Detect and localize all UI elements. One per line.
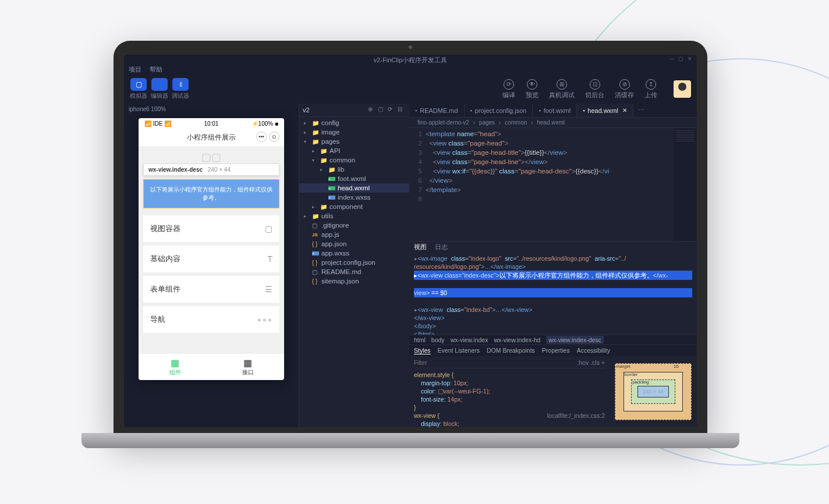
tree-item[interactable]: { }app.json [299, 239, 409, 249]
tree-item[interactable]: ▸📁utils [299, 211, 409, 221]
box-model: margin 10 border padding 240 × 44 [610, 356, 697, 427]
editor-tab[interactable]: ▪project.config.json [465, 104, 533, 117]
toolbar-action-5[interactable]: ↥上传 [644, 79, 657, 100]
tree-item[interactable]: ▸📁config [299, 118, 409, 127]
toolbar-btn-1[interactable]: 编辑器 [151, 78, 168, 100]
tree-item[interactable]: ▪index.wxss [299, 193, 409, 202]
status-time: 10:01 [204, 120, 218, 127]
laptop-base [82, 433, 739, 448]
toolbar-btn-0[interactable]: ▢模拟器 [130, 78, 147, 100]
tree-item[interactable]: ▪app.wxss [299, 249, 409, 258]
tree-item[interactable]: ▢.gitignore [299, 221, 409, 230]
file-explorer: v2 ⊕ ▢ ⟳ ⊟ ▸📁config▸📁image▾📁pages▸📁API▾📁… [299, 104, 409, 427]
tab-view[interactable]: 视图 [414, 243, 427, 251]
capsule-close-icon[interactable]: ⊙ [269, 132, 279, 142]
inspect-tooltip: wx-view.index-desc 240 × 44 [143, 164, 279, 176]
tree-item[interactable]: ▢README.md [299, 267, 409, 276]
tree-item[interactable]: ▾📁common [299, 155, 409, 165]
project-root[interactable]: v2 [303, 107, 366, 113]
sim-menu-item[interactable]: 基础内容T [143, 246, 279, 272]
tree-item[interactable]: ▸📁component [299, 202, 409, 211]
box-model-content: 240 × 44 [637, 386, 668, 397]
styles-tab[interactable]: DOM Breakpoints [487, 347, 535, 354]
dom-breadcrumbs[interactable]: htmlbodywx-view.indexwx-view.index-hdwx-… [409, 335, 697, 345]
styles-tab[interactable]: Properties [542, 347, 570, 354]
breadcrumbs: fino-applet-demo-v2 › pages › common › h… [409, 118, 697, 128]
toolbar-action-3[interactable]: ⊡切后台 [585, 79, 604, 100]
app-title: v2-FinClip小程序开发工具 [374, 56, 448, 65]
status-signal: 📶 IDE 📶 [144, 120, 171, 127]
selected-element[interactable]: 以下将展示小程序官方组件能力，组件样式仅供参考。 [143, 179, 279, 208]
refresh-icon[interactable]: ⟳ [388, 106, 396, 114]
phone-tab[interactable]: ▦组件 [139, 354, 211, 380]
code-editor[interactable]: 12345678 <template name="head"> <view cl… [409, 128, 697, 241]
tree-item[interactable]: ▪head.wxml [299, 183, 409, 193]
camera-dot [409, 45, 412, 49]
styles-filter-input[interactable] [414, 359, 577, 367]
styles-tabs: StylesEvent ListenersDOM BreakpointsProp… [409, 345, 697, 356]
editor-tab[interactable]: ▪README.md [409, 104, 465, 117]
status-battery: ⚡100% ■ [251, 120, 278, 127]
new-folder-icon[interactable]: ▢ [378, 106, 386, 114]
phone-simulator[interactable]: 📶 IDE 📶 10:01 ⚡100% ■ 小程序组件展示 ••• ⊙ [139, 118, 284, 380]
toolbar-action-2[interactable]: ⊞真机调试 [549, 79, 575, 100]
close-button[interactable]: ✕ [688, 56, 693, 62]
minimize-button[interactable]: — [669, 56, 675, 62]
collapse-icon[interactable]: ⊟ [398, 106, 406, 114]
sim-menu-item[interactable]: 视图容器▢ [143, 215, 279, 242]
tab-more-icon[interactable]: ⋯ [633, 104, 649, 117]
styles-tab[interactable]: Accessibility [577, 347, 610, 354]
tree-item[interactable]: { }sitemap.json [299, 276, 409, 286]
menu-help[interactable]: 帮助 [150, 65, 162, 73]
phone-tab[interactable]: ▦接口 [211, 354, 284, 380]
laptop-frame: v2-FinClip小程序开发工具 — ▢ ✕ 项目 帮助 ▢模拟器编辑器⫴调试… [99, 41, 722, 460]
maximize-button[interactable]: ▢ [678, 56, 684, 62]
avatar[interactable] [674, 80, 691, 98]
capsule-more-icon[interactable]: ••• [256, 132, 267, 142]
devtools-panel: 视图 日志 ▸<wx-image class="index-logo" src=… [409, 241, 697, 427]
phone-page-title: 小程序组件展示 ••• ⊙ [139, 129, 284, 146]
editor-tab[interactable]: ▪head.wxml✕ [577, 104, 633, 117]
editor-tabs: ▪README.md▪project.config.json▪foot.wxml… [409, 104, 697, 118]
toolbar: ▢模拟器编辑器⫴调试器 ⟳编译👁预览⊞真机调试⊡切后台⊘清缓存↥上传 [124, 74, 697, 104]
simulator-device-info: iphone6 100% [124, 104, 299, 115]
tab-log[interactable]: 日志 [435, 243, 448, 251]
tree-item[interactable]: ▪foot.wxml [299, 174, 409, 183]
styles-tab[interactable]: Event Listeners [438, 347, 480, 354]
phone-status-bar: 📶 IDE 📶 10:01 ⚡100% ■ [139, 118, 284, 129]
dom-tree[interactable]: ▸<wx-image class="index-logo" src="../re… [409, 253, 697, 335]
new-file-icon[interactable]: ⊕ [368, 106, 376, 114]
tree-item[interactable]: ▸📁lib [299, 165, 409, 174]
tree-item[interactable]: JSapp.js [299, 230, 409, 239]
menubar: 项目 帮助 [124, 64, 697, 74]
tree-item[interactable]: { }project.config.json [299, 258, 409, 267]
simulator-panel: iphone6 100% 📶 IDE 📶 10:01 ⚡100% ■ 小程序组件… [124, 104, 299, 427]
tree-item[interactable]: ▾📁pages [299, 137, 409, 146]
menu-project[interactable]: 项目 [129, 65, 141, 73]
tree-item[interactable]: ▸📁API [299, 146, 409, 155]
editor-tab[interactable]: ▪foot.wxml [533, 104, 577, 117]
toolbar-btn-2[interactable]: ⫴调试器 [172, 78, 189, 100]
titlebar: v2-FinClip小程序开发工具 — ▢ ✕ [124, 55, 697, 64]
toolbar-action-0[interactable]: ⟳编译 [502, 79, 515, 100]
toolbar-action-4[interactable]: ⊘清缓存 [615, 79, 634, 100]
styles-panel[interactable]: :hov .cls + element.style {</span><span … [409, 356, 610, 427]
toolbar-action-1[interactable]: 👁预览 [526, 79, 539, 100]
devtools-top-tabs: 视图 日志 [409, 242, 697, 253]
app-screen: v2-FinClip小程序开发工具 — ▢ ✕ 项目 帮助 ▢模拟器编辑器⫴调试… [124, 55, 697, 427]
sim-menu-item[interactable]: 导航∘∘∘ [143, 306, 279, 333]
tree-item[interactable]: ▸📁image [299, 127, 409, 137]
sim-menu-item[interactable]: 表单组件☰ [143, 276, 279, 303]
hov-toggle[interactable]: :hov .cls + [577, 359, 605, 367]
styles-tab[interactable]: Styles [414, 347, 431, 354]
minimap[interactable] [674, 128, 697, 241]
editor-panel: ▪README.md▪project.config.json▪foot.wxml… [409, 104, 697, 427]
